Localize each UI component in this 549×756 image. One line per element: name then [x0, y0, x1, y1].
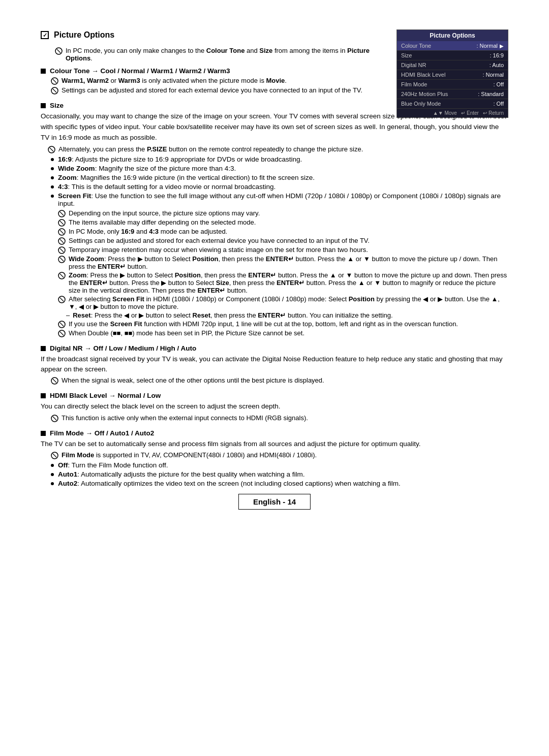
- svg-line-25: [60, 323, 64, 326]
- intro-note-text: In PC mode, you can only make changes to…: [66, 47, 385, 62]
- svg-line-9: [60, 212, 64, 215]
- ui-box-title: Picture Options: [397, 30, 508, 41]
- bullet-dot-fm-off: [51, 464, 54, 467]
- bullet-text-widezoom: Wide Zoom: Magnify the size of the pictu…: [58, 165, 236, 172]
- ui-box-value-size: : 16:9: [490, 52, 504, 58]
- page-content: Picture Options Colour Tone : Normal ▶ S…: [0, 0, 549, 530]
- bullet-fm-auto2: Auto2: Automatically optimizes the video…: [51, 480, 508, 487]
- ui-box-row-digitalnr: Digital NR : Auto: [397, 60, 508, 70]
- bullet-text-screenfit: Screen Fit: Use the function to see the …: [58, 192, 508, 207]
- bullet-text-fm-off: Off: Turn the Film Mode function off.: [58, 461, 168, 469]
- ui-box-value-hdmiblack: : Normal: [482, 72, 504, 78]
- bullet-text-fm-auto2: Auto2: Automatically optimizes the video…: [58, 480, 401, 487]
- filmmode-note-text: Film Mode is supported in TV, AV, COMPON…: [62, 451, 317, 459]
- note-icon-ct1: [51, 77, 58, 85]
- note-icon-fm: [51, 452, 58, 459]
- size-subnote9: If you use the Screen Fit function with …: [58, 320, 508, 328]
- digitalnr-note: When the signal is weak, select one of t…: [51, 376, 508, 385]
- size-subnote5-text: Temporary image retention may occur when…: [69, 246, 368, 254]
- bullet-169: 16:9: Adjusts the picture size to 16:9 a…: [51, 155, 508, 163]
- ui-box-label-colourtone: Colour Tone: [401, 43, 431, 49]
- note-icon-sn2: [58, 219, 66, 227]
- svg-line-3: [53, 79, 56, 83]
- svg-line-15: [60, 239, 64, 243]
- ui-box-value-digitalnr: : Auto: [490, 62, 504, 68]
- bullet-dot-widezoom: [51, 167, 54, 170]
- ui-box-row-240hz: 240Hz Motion Plus : Standard: [397, 89, 508, 99]
- size-subnote10: When Double (■■, ■■) mode has been set i…: [58, 329, 508, 337]
- filmmode-heading: Film Mode → Off / Auto1 / Auto2: [41, 429, 508, 437]
- square-bullet-hdmiblack: [41, 393, 46, 398]
- digitalnr-heading: Digital NR → Off / Low / Medium / High /…: [41, 344, 508, 352]
- note-icon-sn10: [58, 330, 66, 337]
- hdmiblack-heading: HDMI Black Level → Normal / Low: [41, 392, 508, 399]
- hdmiblack-para: You can directly select the black level …: [41, 401, 508, 412]
- bullet-fm-auto1: Auto1: Automatically adjusts the picture…: [51, 470, 508, 478]
- size-subnote2-text: The items available may differ depending…: [69, 218, 256, 226]
- note-icon-sn7: [58, 272, 66, 279]
- note-icon-ct2: [51, 87, 58, 94]
- svg-line-21: [60, 274, 64, 277]
- bullet-dot-43: [51, 185, 54, 188]
- svg-line-33: [53, 454, 56, 457]
- arrow-icon: ▶: [500, 43, 504, 49]
- svg-line-23: [60, 298, 64, 301]
- filmmode-para: The TV can be set to automatically sense…: [41, 439, 508, 449]
- filmmode-title: Film Mode → Off / Auto1 / Auto2: [50, 429, 154, 437]
- bullet-text-zoom: Zoom: Magnifies the 16:9 wide picture (i…: [58, 174, 315, 181]
- ui-box-value-blueonly: : Off: [493, 101, 504, 107]
- bullet-text-43: 4:3: This is the default setting for a v…: [58, 183, 276, 191]
- note-icon-sn8: [58, 296, 66, 303]
- filmmode-bullet-list: Off: Turn the Film Mode function off. Au…: [51, 461, 508, 487]
- filmmode-note: Film Mode is supported in TV, AV, COMPON…: [51, 451, 508, 459]
- colour-tone-note1-text: Warm1, Warm2 or Warm3 is only activated …: [62, 77, 287, 84]
- svg-line-7: [50, 148, 53, 151]
- size-subnote2: The items available may differ depending…: [58, 218, 508, 227]
- size-subnote10-text: When Double (■■, ■■) mode has been set i…: [69, 329, 304, 337]
- size-subnote7-text: Zoom: Press the ▶ button to Select Posit…: [69, 271, 508, 294]
- hdmiblack-note-text: This function is active only when the ex…: [62, 414, 308, 422]
- size-subnote8-text: After selecting Screen Fit in HDMI (1080…: [69, 295, 508, 310]
- ui-box-value-colourtone: : Normal ▶: [476, 43, 504, 49]
- svg-line-29: [53, 379, 56, 383]
- note-icon-sn4: [58, 237, 66, 245]
- svg-line-5: [53, 89, 56, 92]
- size-subnote6: Wide Zoom: Press the ▶ button to Select …: [58, 255, 508, 270]
- ui-box-value-240hz: : Standard: [478, 91, 504, 97]
- note-icon-sn6: [58, 256, 66, 263]
- psize-note-text: Alternately, you can press the P.SIZE bu…: [58, 145, 363, 153]
- size-title: Size: [50, 102, 64, 109]
- reset-note-text: Reset: Press the ◀ or ▶ button to select…: [73, 311, 392, 319]
- ui-box-footer: ▲▼ Move ↵ Enter ↩ Return: [397, 109, 508, 117]
- note-icon-psize: [48, 146, 55, 153]
- square-bullet-digitalnr: [41, 346, 46, 351]
- size-subnote4: Settings can be adjusted and stored for …: [58, 237, 508, 245]
- ui-box-row-size: Size : 16:9: [397, 51, 508, 60]
- ui-box-label-digitalnr: Digital NR: [401, 62, 426, 68]
- size-subnote5: Temporary image retention may occur when…: [58, 246, 508, 254]
- size-subnote4-text: Settings can be adjusted and stored for …: [69, 237, 370, 244]
- bullet-screenfit: Screen Fit: Use the function to see the …: [51, 192, 508, 207]
- ui-box-label-240hz: 240Hz Motion Plus: [401, 91, 448, 97]
- note-icon-sn9: [58, 321, 66, 328]
- note-icon-sn1: [58, 210, 66, 217]
- size-subnote1-text: Depending on the input source, the pictu…: [69, 209, 260, 217]
- square-bullet-filmmode: [41, 431, 46, 436]
- picture-options-ui-box: Picture Options Colour Tone : Normal ▶ S…: [396, 29, 508, 118]
- ui-box-row-colourtone: Colour Tone : Normal ▶: [397, 41, 508, 51]
- size-subnote7: Zoom: Press the ▶ button to Select Posit…: [58, 271, 508, 294]
- ui-box-value-filmmode: : Off: [493, 81, 504, 87]
- bullet-dot-169: [51, 158, 54, 161]
- size-subnote1: Depending on the input source, the pictu…: [58, 209, 508, 217]
- bullet-fm-off: Off: Turn the Film Mode function off.: [51, 461, 508, 469]
- note-icon-sn5: [58, 246, 66, 254]
- svg-line-17: [60, 248, 64, 252]
- bullet-dot-fm-auto2: [51, 482, 54, 485]
- svg-line-27: [60, 332, 64, 335]
- note-icon-hdmi: [51, 415, 58, 422]
- bullet-dot-fm-auto1: [51, 473, 54, 476]
- bullet-43: 4:3: This is the default setting for a v…: [51, 183, 508, 191]
- ui-box-label-size: Size: [401, 52, 412, 58]
- hdmiblack-note: This function is active only when the ex…: [51, 414, 508, 422]
- svg-line-19: [60, 258, 64, 261]
